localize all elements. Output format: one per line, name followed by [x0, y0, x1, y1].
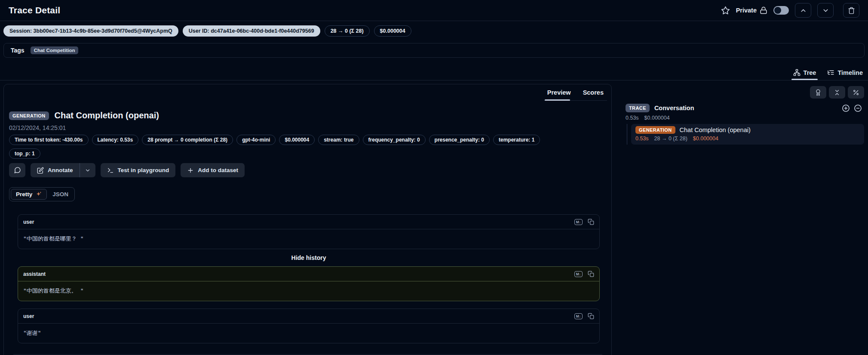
tree-node-generation[interactable]: GENERATION Chat Completion (openai) 0.53… [631, 124, 864, 145]
toggle-metrics-button[interactable] [848, 86, 864, 99]
generation-type-badge: GENERATION [9, 111, 49, 120]
award-icon [815, 89, 822, 96]
tab-timeline-label: Timeline [837, 69, 863, 76]
observation-actions-row: Annotate Test in playground Add to datas… [9, 163, 245, 177]
previous-trace-button[interactable] [795, 3, 811, 18]
session-badge[interactable]: Session: 3bb00ec7-1b13-4c9b-85ee-3d9d70f… [3, 25, 178, 37]
generation-tokens: 28 → 0 (Σ 28) [654, 136, 687, 142]
toggle-knob [774, 7, 781, 14]
message-header: user M↓ [18, 215, 599, 229]
generation-node-title: Chat Completion (openai) [680, 127, 751, 133]
plus-icon [187, 167, 194, 174]
tab-preview[interactable]: Preview [547, 89, 571, 96]
io-section-divider [13, 354, 602, 355]
observation-title-row: GENERATION Chat Completion (openai) [9, 111, 159, 120]
markdown-toggle-icon[interactable]: M↓ [574, 271, 583, 277]
tab-tree-label: Tree [804, 69, 816, 76]
trace-cost: $0.000004 [644, 115, 670, 121]
page-header: Trace Detail Private [0, 0, 868, 21]
metric-latency: Latency: 0.53s [92, 135, 139, 145]
messages-list: user M↓ "中国的首都是哪里？ " Hide history assist… [18, 214, 600, 355]
playground-label: Test in playground [118, 167, 169, 173]
total-cost-badge: $0.000004 [374, 25, 411, 37]
expand-all-icon[interactable] [842, 104, 850, 112]
metric-presence-penalty: presence_penalty: 0 [429, 135, 490, 145]
annotate-split-button: Annotate [31, 163, 95, 177]
observation-detail-panel: Preview Scores GENERATION Chat Completio… [3, 84, 612, 355]
message-role: assistant [23, 271, 46, 277]
scores-award-button[interactable] [810, 86, 826, 99]
copy-icon[interactable] [588, 313, 594, 319]
annotate-dropdown-button[interactable] [80, 163, 95, 177]
metric-cost: $0.000004 [279, 135, 315, 145]
metric-token-usage: 28 prompt → 0 completion (Σ 28) [142, 135, 233, 145]
markdown-toggle-icon[interactable]: M↓ [574, 313, 583, 319]
tab-tree[interactable]: Tree [793, 69, 816, 80]
add-to-dataset-button[interactable]: Add to dataset [181, 163, 245, 177]
trace-id-row: Session: 3bb00ec7-1b13-4c9b-85ee-3d9d70f… [3, 25, 411, 37]
tag-chip[interactable]: Chat Competition [31, 46, 79, 54]
percent-icon [853, 89, 859, 96]
message-header-icons: M↓ [574, 219, 594, 225]
trace-tree-root[interactable]: TRACE Conversation [626, 104, 862, 112]
comment-bubble-icon [14, 167, 21, 174]
test-in-playground-button[interactable]: Test in playground [101, 163, 176, 177]
trace-latency: 0.53s [626, 115, 639, 121]
observation-title: Chat Completion (openai) [55, 111, 159, 120]
metric-pills-row-1: Time to first token: -430.00s Latency: 0… [9, 135, 540, 145]
metric-frequency-penalty: frequency_penalty: 0 [363, 135, 426, 145]
generation-cost: $0.000004 [693, 136, 718, 142]
bookmark-star-icon[interactable] [721, 6, 730, 15]
metric-top-p: top_p: 1 [9, 148, 40, 159]
tree-icon [793, 69, 801, 76]
format-pretty-segment[interactable]: Pretty [11, 189, 47, 200]
copy-icon[interactable] [588, 219, 594, 225]
metric-pills-row-2: top_p: 1 [9, 148, 40, 159]
hide-history-button[interactable]: Hide history [291, 254, 326, 263]
tags-label: Tags [11, 47, 25, 54]
annotate-button[interactable]: Annotate [31, 163, 80, 177]
pretty-label: Pretty [16, 191, 32, 198]
privacy-group: Private [736, 6, 767, 14]
trace-zoom-controls [842, 104, 862, 112]
tree-indent-line [627, 124, 627, 145]
terminal-icon [107, 167, 114, 174]
collapse-tree-button[interactable] [829, 86, 845, 99]
format-json-segment[interactable]: JSON [48, 189, 73, 199]
generation-latency: 0.53s [635, 136, 649, 142]
metric-model[interactable]: gpt-4o-mini [236, 135, 276, 145]
observation-timestamp: 02/12/2024, 14:25:01 [9, 124, 66, 131]
annotate-pen-icon [37, 167, 44, 174]
sparkles-icon [35, 191, 42, 198]
tags-row[interactable]: Tags Chat Competition [3, 43, 865, 58]
message-content: "中国的首都是哪里？ " [18, 229, 599, 249]
next-trace-button[interactable] [817, 3, 834, 18]
user-id-badge[interactable]: User ID: dc47a41e-06bc-400d-bde1-f0e440d… [183, 25, 320, 37]
message-content: "中国的首都是北京。 " [18, 281, 599, 301]
metric-stream: stream: true [318, 135, 359, 145]
view-tabs-bar: Tree Timeline [0, 61, 868, 80]
metric-time-to-first-token: Time to first token: -430.00s [9, 135, 89, 145]
copy-icon[interactable] [588, 271, 594, 277]
tab-scores[interactable]: Scores [583, 89, 604, 96]
message-header-icons: M↓ [574, 271, 594, 277]
generation-node-metrics: 0.53s 28 → 0 (Σ 28) $0.000004 [635, 136, 860, 142]
collapse-vertical-icon [834, 89, 840, 96]
message-role: user [23, 219, 34, 225]
message-assistant: assistant M↓ "中国的首都是北京。 " [18, 266, 600, 301]
message-header: assistant M↓ [18, 267, 599, 281]
lock-icon [760, 6, 767, 14]
header-actions: Private [721, 3, 859, 18]
collapse-all-icon[interactable] [854, 104, 862, 112]
tab-timeline[interactable]: Timeline [827, 69, 863, 80]
markdown-toggle-icon[interactable]: M↓ [574, 219, 583, 225]
delete-trace-button[interactable] [843, 3, 859, 18]
public-toggle[interactable] [773, 6, 789, 15]
message-role: user [23, 313, 34, 319]
comments-button[interactable] [9, 163, 25, 177]
trace-type-badge: TRACE [626, 104, 650, 112]
metric-temperature: temperature: 1 [493, 135, 540, 145]
token-usage-badge: 28 → 0 (Σ 28) [325, 25, 370, 37]
format-toggle: Pretty JSON [9, 187, 75, 201]
page-title: Trace Detail [9, 5, 60, 15]
